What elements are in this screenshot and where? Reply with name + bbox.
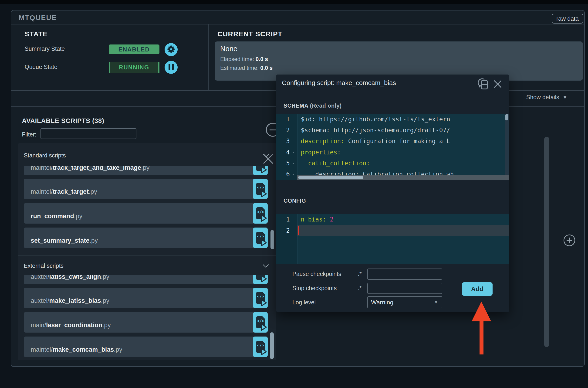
raw-data-button[interactable]: raw data xyxy=(552,14,583,24)
code-file-arrow-icon[interactable]: </> xyxy=(253,312,268,333)
code-line: 1$id: https://github.com/lsst-ts/ts_exte… xyxy=(276,114,509,125)
code-file-arrow-icon[interactable]: </> xyxy=(253,179,268,199)
code-line: 4▾properties: xyxy=(276,147,509,158)
mtqueue-page: MTQUEUE raw data STATE Summary State ENA… xyxy=(0,0,588,388)
svg-text:</>: </> xyxy=(257,343,264,348)
filter-input[interactable] xyxy=(41,128,136,139)
code-file-arrow-icon[interactable]: </> xyxy=(253,275,268,284)
code-file-arrow-icon[interactable]: </> xyxy=(253,337,268,357)
script-list-item[interactable]: maintel/track_target_and_take_image.py</… xyxy=(24,166,268,175)
elapsed-time-value: 0.0 s xyxy=(256,56,268,62)
svg-text:</>: </> xyxy=(257,234,264,239)
queue-scrollbar[interactable] xyxy=(544,137,549,347)
dropdown-arrow-icon: ▼ xyxy=(434,300,442,305)
fold-marker-icon[interactable]: ▾ xyxy=(290,172,297,176)
summary-state-label: Summary State xyxy=(25,46,65,52)
stop-checkpoints-pattern: .* xyxy=(358,285,362,291)
script-list-item[interactable]: run_command.py</> xyxy=(24,203,268,224)
code-file-arrow-icon[interactable]: </> xyxy=(253,288,268,308)
code-text: $schema: http://json-schema.org/draft-07… xyxy=(297,127,450,134)
fold-marker-icon[interactable]: ▾ xyxy=(290,150,297,154)
gear-icon xyxy=(167,45,176,54)
add-button[interactable]: Add xyxy=(462,282,493,296)
script-path: run_command.py xyxy=(31,213,82,220)
window-top-strip xyxy=(0,0,588,4)
triangle-down-icon: ▼ xyxy=(562,94,567,100)
show-details-label: Show details xyxy=(526,94,559,101)
summary-state-settings-button[interactable] xyxy=(165,43,178,56)
schema-horizontal-scrollbar[interactable] xyxy=(297,175,509,180)
circle-plus-icon[interactable] xyxy=(564,235,575,246)
script-list-item[interactable]: main/laser_coordination.py</> xyxy=(24,312,268,333)
code-line: 5▾ calib_collection: xyxy=(276,158,509,169)
code-text: calib_collection: xyxy=(297,160,370,167)
pause-icon xyxy=(168,63,175,72)
current-script-heading: CURRENT SCRIPT xyxy=(217,30,282,38)
section-title-standard: Standard scripts xyxy=(24,152,66,159)
chevron-down-icon[interactable] xyxy=(262,264,269,269)
x-icon[interactable] xyxy=(262,153,274,165)
standard-scripts-viewport: maintel/track_target_and_take_image.py</… xyxy=(18,166,276,251)
code-file-arrow-icon[interactable]: </> xyxy=(253,228,268,248)
scripts-list-container: Standard scripts maintel/track_target_an… xyxy=(18,143,276,360)
queue-state-label: Queue State xyxy=(25,64,57,70)
code-text: $id: https://github.com/lsst-ts/ts_exter… xyxy=(297,116,450,123)
svg-text:</>: </> xyxy=(257,185,264,190)
script-path: maintel/make_comcam_bias.py xyxy=(31,346,122,353)
estimated-time-row: Estimated time: 0.0 s xyxy=(220,65,272,71)
queue-state-badge: RUNNING xyxy=(109,62,159,73)
rotate-device-icon[interactable] xyxy=(477,78,490,92)
external-scripts-viewport: auxtel/latiss_cwfs_align.py</>auxtel/mak… xyxy=(18,275,276,360)
script-list-item[interactable]: maintel/make_comcam_bias.py</> xyxy=(24,337,268,357)
standard-scripts-scrollbar[interactable] xyxy=(271,230,274,249)
pause-queue-button[interactable] xyxy=(165,61,178,74)
page-title: MTQUEUE xyxy=(19,14,57,22)
line-number: 2 xyxy=(276,127,290,134)
list-divider xyxy=(18,255,276,255)
svg-text:</>: </> xyxy=(257,294,264,299)
estimated-time-label: Estimated time: xyxy=(220,65,259,71)
close-icon[interactable] xyxy=(493,80,502,89)
fold-marker-icon[interactable]: ▾ xyxy=(290,161,297,165)
pause-checkpoints-pattern: .* xyxy=(358,271,362,277)
pause-checkpoints-label: Pause checkpoints xyxy=(292,271,341,277)
svg-text:</>: </> xyxy=(257,210,264,214)
script-list-item[interactable]: auxtel/make_latiss_bias.py</> xyxy=(24,288,268,308)
state-heading: STATE xyxy=(25,30,48,38)
estimated-time-value: 0.0 s xyxy=(260,65,272,71)
script-path: maintel/track_target.py xyxy=(31,188,97,195)
line-number: 6 xyxy=(276,171,290,178)
code-line: 1n_bias: 2 xyxy=(276,214,509,225)
available-scripts-heading: AVAILABLE SCRIPTS (38) xyxy=(22,117,104,125)
script-list-item[interactable]: auxtel/latiss_cwfs_align.py</> xyxy=(24,275,268,284)
code-text: properties: xyxy=(297,149,341,156)
schema-code-editor[interactable]: 1$id: https://github.com/lsst-ts/ts_exte… xyxy=(276,114,509,180)
line-number: 1 xyxy=(276,116,290,123)
stop-checkpoints-label: Stop checkpoints xyxy=(292,285,337,291)
script-path: auxtel/latiss_cwfs_align.py xyxy=(31,275,109,280)
filter-label: Filter: xyxy=(22,131,37,138)
external-scripts-scrollbar[interactable] xyxy=(270,332,274,359)
dialog-title: Configuring script: make_comcam_bias xyxy=(282,79,396,87)
current-script-name: None xyxy=(220,45,237,53)
configure-script-dialog: Configuring script: make_comcam_bias SCH… xyxy=(276,74,509,312)
schema-readonly-tag: (Read only) xyxy=(310,102,341,109)
schema-vertical-scrollbar[interactable] xyxy=(505,114,509,180)
config-code-editor[interactable]: 1n_bias: 22 xyxy=(276,214,509,264)
pause-checkpoints-input[interactable] xyxy=(367,268,442,280)
script-list-item[interactable]: set_summary_state.py</> xyxy=(24,228,268,248)
schema-heading-text: SCHEMA xyxy=(284,102,308,109)
show-details-toggle[interactable]: Show details ▼ xyxy=(526,94,567,101)
section-title-external: External scripts xyxy=(24,263,64,269)
log-level-select[interactable]: Warning ▼ xyxy=(367,296,442,308)
code-file-arrow-icon[interactable]: </> xyxy=(253,166,268,175)
summary-state-badge: ENABLED xyxy=(109,45,159,54)
script-list-item[interactable]: maintel/track_target.py</> xyxy=(24,179,268,199)
line-number: 3 xyxy=(276,138,290,145)
text-cursor xyxy=(298,226,299,235)
code-line: 2 xyxy=(276,225,509,236)
code-file-arrow-icon[interactable]: </> xyxy=(253,203,268,224)
elapsed-time-label: Elapsed time: xyxy=(220,56,254,62)
stop-checkpoints-input[interactable] xyxy=(367,283,442,294)
script-path: auxtel/make_latiss_bias.py xyxy=(31,297,109,304)
